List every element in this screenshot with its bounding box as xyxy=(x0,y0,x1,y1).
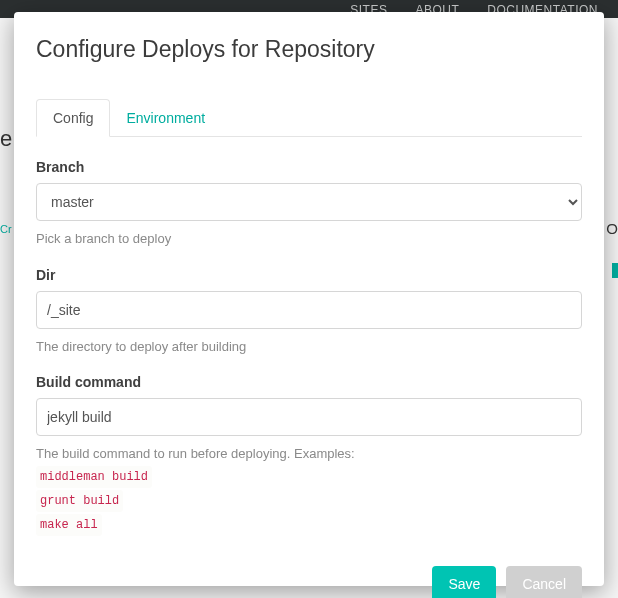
bg-letter-o: O xyxy=(606,220,618,237)
build-label: Build command xyxy=(36,374,582,390)
modal-title: Configure Deploys for Repository xyxy=(36,36,582,63)
config-panel: Branch master Pick a branch to deploy Di… xyxy=(36,137,582,554)
build-example-2: make all xyxy=(36,514,102,536)
tab-environment[interactable]: Environment xyxy=(110,99,221,136)
modal-footer: Save Cancel xyxy=(36,554,582,599)
dir-group: Dir The directory to deploy after buildi… xyxy=(36,267,582,357)
branch-select[interactable]: master xyxy=(36,183,582,221)
bg-letter-e: e xyxy=(0,126,12,152)
cancel-button[interactable]: Cancel xyxy=(506,566,582,599)
branch-label: Branch xyxy=(36,159,582,175)
bg-teal-slice xyxy=(612,263,618,278)
branch-help: Pick a branch to deploy xyxy=(36,229,582,249)
build-input[interactable] xyxy=(36,398,582,436)
build-help: The build command to run before deployin… xyxy=(36,444,582,536)
build-example-0: middleman build xyxy=(36,466,152,488)
dir-label: Dir xyxy=(36,267,582,283)
build-example-1: grunt build xyxy=(36,490,123,512)
branch-group: Branch master Pick a branch to deploy xyxy=(36,159,582,249)
bg-cr-label: Cr xyxy=(0,223,12,235)
dir-help: The directory to deploy after building xyxy=(36,337,582,357)
configure-deploys-modal: Configure Deploys for Repository Config … xyxy=(14,12,604,586)
tab-config[interactable]: Config xyxy=(36,99,110,137)
tabs: Config Environment xyxy=(36,99,582,137)
build-group: Build command The build command to run b… xyxy=(36,374,582,536)
build-help-prefix: The build command to run before deployin… xyxy=(36,446,355,461)
dir-input[interactable] xyxy=(36,291,582,329)
save-button[interactable]: Save xyxy=(432,566,496,599)
